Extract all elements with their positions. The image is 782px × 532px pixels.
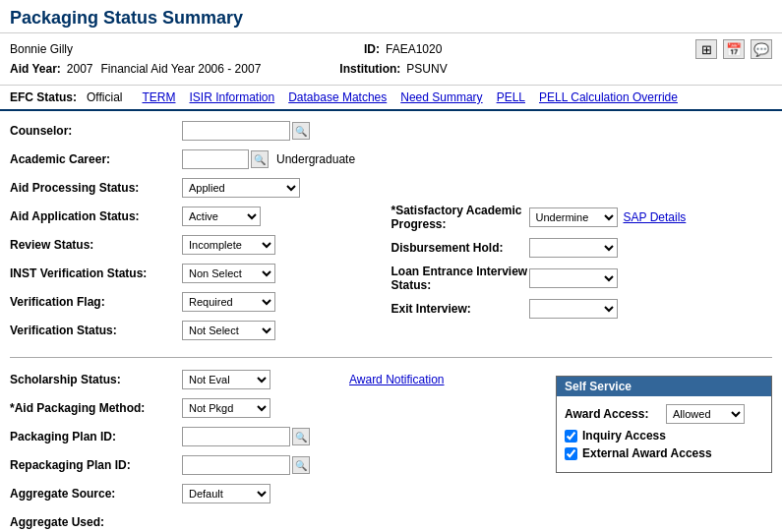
academic-career-control: UGRD 🔍 Undergraduate	[182, 149, 355, 169]
disbursement-row: Disbursement Hold:	[391, 236, 773, 260]
fin-aid-year: Financial Aid Year 2006 - 2007	[101, 62, 262, 76]
id-label: ID:	[364, 42, 380, 56]
chat-icon[interactable]: 💬	[751, 39, 772, 59]
repackaging-plan-search-button[interactable]: 🔍	[292, 456, 310, 474]
verif-flag-row: Verification Flag: Required Not Required	[10, 290, 391, 314]
page-title: Packaging Status Summary	[0, 0, 782, 33]
counselor-row: Counselor: 🔍	[10, 119, 772, 143]
inst-verif-select[interactable]: Non Select Selected	[182, 264, 275, 283]
external-award-checkbox[interactable]	[565, 447, 577, 460]
repackaging-plan-control: 🔍	[182, 455, 310, 475]
main-content: Counselor: 🔍 Academic Career: UGRD 🔍 Und…	[0, 111, 782, 532]
award-access-label: Award Access:	[565, 407, 658, 421]
inquiry-access-checkbox[interactable]	[565, 430, 577, 443]
aid-processing-select[interactable]: Applied Incomplete Complete	[182, 178, 300, 198]
verif-status-label: Verification Status:	[10, 324, 182, 337]
exit-interview-label: Exit Interview:	[391, 302, 529, 316]
loan-entrance-select[interactable]	[529, 268, 618, 288]
repackaging-plan-label: Repackaging Plan ID:	[10, 458, 182, 472]
verif-status-row: Verification Status: Not Select Selected	[10, 319, 391, 342]
inst-verif-label: INST Verification Status:	[10, 266, 182, 280]
efc-status-label: EFC Status:	[10, 90, 77, 104]
scholarship-select[interactable]: Not Eval Evaluated	[182, 370, 271, 389]
aggregate-used-row: Aggregate Used:	[10, 510, 772, 532]
aid-processing-label: Aid Processing Status:	[10, 181, 182, 195]
aggregate-used-label: Aggregate Used:	[10, 515, 182, 529]
self-service-title: Self Service	[557, 377, 771, 396]
inst-verif-row: INST Verification Status: Non Select Sel…	[10, 262, 391, 285]
disbursement-label: Disbursement Hold:	[391, 241, 529, 255]
efc-status-value: Official	[87, 90, 122, 104]
academic-career-input[interactable]: UGRD	[182, 149, 249, 169]
packaging-plan-search-button[interactable]: 🔍	[292, 428, 310, 445]
award-notification-link[interactable]: Award Notification	[349, 373, 445, 386]
scholarship-label: Scholarship Status:	[10, 373, 182, 386]
inquiry-access-label: Inquiry Access	[582, 429, 666, 443]
sap-row: *Satisfactory Academic Progress: Undermi…	[391, 204, 773, 231]
aggregate-source-label: Aggregate Source:	[10, 487, 182, 501]
id-value: FAEA1020	[386, 42, 442, 56]
inquiry-access-row: Inquiry Access	[565, 429, 763, 443]
packaging-plan-input[interactable]	[182, 427, 290, 446]
counselor-control: 🔍	[182, 121, 310, 141]
aid-packaging-select[interactable]: Not Pkgd Packaged	[182, 398, 271, 418]
packaging-plan-control: 🔍	[182, 427, 310, 446]
grid-icon[interactable]: ⊞	[695, 39, 717, 59]
left-column: Aid Processing Status: Applied Incomplet…	[10, 176, 391, 347]
aid-processing-row: Aid Processing Status: Applied Incomplet…	[10, 176, 391, 200]
loan-entrance-row: Loan Entrance Interview Status:	[391, 265, 773, 292]
review-status-select[interactable]: Incomplete Complete	[182, 235, 275, 255]
repackaging-plan-input[interactable]	[182, 455, 290, 475]
verif-status-select[interactable]: Not Select Selected	[182, 321, 275, 340]
top-form-section: Counselor: 🔍 Academic Career: UGRD 🔍 Und…	[10, 119, 772, 358]
nav-link-pell-calc[interactable]: PELL Calculation Override	[539, 90, 678, 104]
counselor-label: Counselor:	[10, 124, 182, 138]
aid-app-select[interactable]: Active Inactive	[182, 207, 261, 226]
bottom-form-section: Self Service Award Access: Allowed Denie…	[10, 368, 772, 532]
header-section: Bonnie Gilly ID: FAEA1020 ⊞ 📅 💬 Aid Year…	[0, 33, 782, 86]
academic-career-label: Academic Career:	[10, 152, 182, 166]
sap-select[interactable]: Undermine Satisfactory	[529, 207, 618, 227]
academic-career-row: Academic Career: UGRD 🔍 Undergraduate	[10, 148, 772, 171]
aggregate-source-select[interactable]: Default Manual	[182, 484, 271, 503]
academic-career-search-button[interactable]: 🔍	[251, 150, 269, 168]
nav-link-term[interactable]: TERM	[142, 90, 175, 104]
exit-interview-row: Exit Interview:	[391, 297, 773, 321]
calendar-icon[interactable]: 📅	[723, 39, 745, 59]
sap-details-link[interactable]: SAP Details	[624, 210, 687, 224]
loan-entrance-label: Loan Entrance Interview Status:	[391, 265, 529, 292]
review-status-label: Review Status:	[10, 238, 182, 252]
aid-year-value: 2007	[67, 62, 93, 76]
counselor-input[interactable]	[182, 121, 290, 141]
header-icons: ⊞ 📅 💬	[695, 39, 772, 59]
verif-flag-label: Verification Flag:	[10, 295, 182, 309]
institution-label: Institution:	[339, 62, 400, 76]
self-service-box: Self Service Award Access: Allowed Denie…	[556, 376, 772, 473]
aid-packaging-label: *Aid Packaging Method:	[10, 401, 182, 415]
student-name: Bonnie Gilly	[10, 42, 207, 56]
review-status-row: Review Status: Incomplete Complete	[10, 233, 391, 257]
exit-interview-select[interactable]	[529, 299, 618, 319]
verif-flag-select[interactable]: Required Not Required	[182, 292, 275, 312]
external-award-row: External Award Access	[565, 446, 763, 460]
right-column: *Satisfactory Academic Progress: Undermi…	[391, 176, 773, 347]
academic-career-text: Undergraduate	[276, 152, 355, 166]
sap-label: *Satisfactory Academic Progress:	[391, 204, 529, 231]
nav-bar: EFC Status: Official TERM ISIR Informati…	[0, 86, 782, 111]
award-access-row: Award Access: Allowed Denied	[565, 404, 763, 424]
award-access-select[interactable]: Allowed Denied	[666, 404, 745, 424]
nav-link-database-matches[interactable]: Database Matches	[288, 90, 387, 104]
nav-link-pell[interactable]: PELL	[497, 90, 525, 104]
disbursement-select[interactable]	[529, 238, 618, 258]
two-col-section: Aid Processing Status: Applied Incomplet…	[10, 176, 772, 347]
nav-link-need-summary[interactable]: Need Summary	[400, 90, 482, 104]
aid-year-label: Aid Year:	[10, 62, 61, 76]
aid-app-label: Aid Application Status:	[10, 209, 182, 223]
nav-link-isir[interactable]: ISIR Information	[189, 90, 274, 104]
institution-value: PSUNV	[406, 62, 447, 76]
aggregate-source-row: Aggregate Source: Default Manual	[10, 482, 772, 505]
external-award-label: External Award Access	[582, 446, 712, 460]
packaging-plan-label: Packaging Plan ID:	[10, 430, 182, 443]
aid-app-row: Aid Application Status: Active Inactive	[10, 205, 391, 228]
counselor-search-button[interactable]: 🔍	[292, 122, 310, 140]
